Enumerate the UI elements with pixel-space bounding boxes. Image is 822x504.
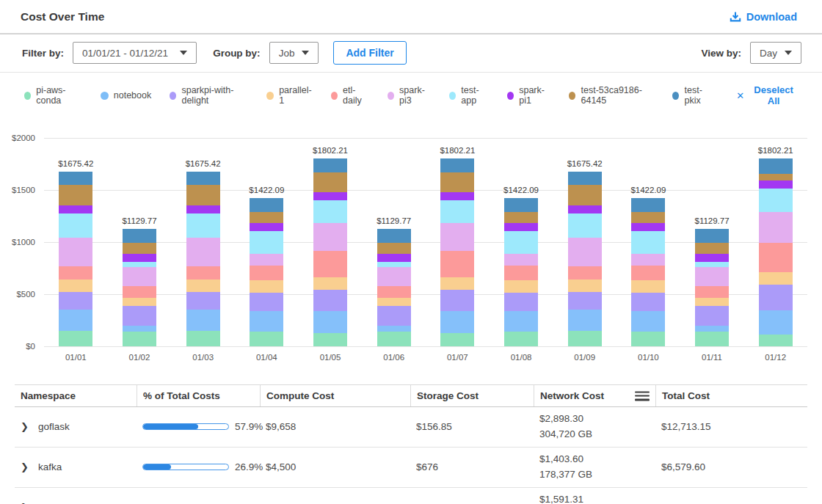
bar-segment-etl-daily[interactable] — [759, 243, 793, 272]
bar-segment-spark-pi3[interactable] — [631, 254, 665, 265]
bar-segment-test-53ca9186-64145[interactable] — [250, 212, 283, 223]
bar-segment-spark-pi3[interactable] — [250, 254, 283, 265]
bar-segment-sparkpi-with-delight[interactable] — [631, 293, 665, 311]
bar-segment-sparkpi-with-delight[interactable] — [695, 306, 729, 326]
bar-segment-notebook[interactable] — [250, 311, 283, 332]
download-button[interactable]: Download — [725, 10, 801, 23]
bar-segment-notebook[interactable] — [313, 311, 347, 333]
bar-segment-sparkpi-with-delight[interactable] — [377, 306, 411, 326]
bar-segment-pi-aws-conda[interactable] — [250, 332, 283, 346]
bar-segment-parallel-1[interactable] — [313, 277, 347, 291]
chart-bar-01-05[interactable] — [313, 158, 347, 346]
bar-segment-notebook[interactable] — [568, 310, 602, 332]
bar-segment-spark-pi3[interactable] — [123, 267, 156, 286]
legend-item-pi-aws-conda[interactable]: pi-aws-conda — [24, 85, 82, 106]
table-row-kafka[interactable]: ❯kafka26.9%$4,500$676$1,403.60178,377 GB… — [15, 448, 807, 488]
bar-segment-etl-daily[interactable] — [695, 286, 729, 298]
bar-segment-test-53ca9186-64145[interactable] — [440, 172, 474, 192]
bar-segment-test-pkix[interactable] — [186, 172, 220, 184]
bar-segment-pi-aws-conda[interactable] — [186, 331, 220, 346]
bar-segment-test-pkix[interactable] — [377, 229, 411, 243]
bar-segment-test-53ca9186-64145[interactable] — [568, 185, 602, 206]
bar-segment-test-app[interactable] — [504, 231, 538, 255]
bar-segment-test-53ca9186-64145[interactable] — [123, 243, 156, 254]
chart-bar-01-10[interactable] — [631, 198, 665, 346]
legend-item-parallel-1[interactable]: parallel-1 — [266, 85, 312, 106]
bar-segment-parallel-1[interactable] — [504, 280, 538, 292]
chart-bar-01-11[interactable] — [695, 229, 729, 346]
bar-segment-test-app[interactable] — [440, 200, 474, 223]
bar-segment-test-app[interactable] — [59, 213, 92, 238]
bar-segment-sparkpi-with-delight[interactable] — [759, 285, 793, 310]
bar-segment-spark-pi1[interactable] — [504, 223, 538, 230]
add-filter-button[interactable]: Add Filter — [333, 41, 406, 65]
bar-segment-pi-aws-conda[interactable] — [504, 332, 538, 346]
bar-segment-test-53ca9186-64145[interactable] — [313, 172, 347, 192]
bar-segment-pi-aws-conda[interactable] — [313, 333, 347, 346]
bar-segment-test-pkix[interactable] — [313, 158, 347, 172]
bar-segment-test-app[interactable] — [250, 231, 283, 255]
bar-segment-etl-daily[interactable] — [313, 251, 347, 277]
bar-segment-test-pkix[interactable] — [59, 172, 92, 184]
deselect-all-button[interactable]: ✕ Deselect All — [732, 84, 801, 107]
bar-segment-test-pkix[interactable] — [123, 229, 156, 243]
chart-bar-01-07[interactable] — [440, 158, 474, 346]
bar-segment-etl-daily[interactable] — [504, 266, 538, 281]
bar-segment-etl-daily[interactable] — [568, 266, 602, 280]
bar-segment-spark-pi1[interactable] — [440, 192, 474, 200]
bar-segment-spark-pi1[interactable] — [759, 180, 793, 189]
legend-item-test-pkix[interactable]: test-pkix — [672, 85, 713, 106]
bar-segment-spark-pi3[interactable] — [759, 212, 793, 243]
bar-segment-sparkpi-with-delight[interactable] — [504, 293, 538, 311]
bar-segment-test-pkix[interactable] — [759, 158, 793, 174]
bar-segment-test-app[interactable] — [631, 231, 665, 255]
bar-segment-spark-pi3[interactable] — [59, 238, 92, 266]
bar-segment-parallel-1[interactable] — [568, 280, 602, 291]
bar-segment-pi-aws-conda[interactable] — [631, 332, 665, 346]
chart-bar-01-08[interactable] — [504, 198, 538, 346]
bar-segment-pi-aws-conda[interactable] — [123, 332, 156, 346]
bar-segment-spark-pi1[interactable] — [568, 205, 602, 213]
bar-segment-etl-daily[interactable] — [631, 266, 665, 281]
bar-segment-notebook[interactable] — [440, 311, 474, 333]
bar-segment-notebook[interactable] — [695, 326, 729, 332]
bar-segment-notebook[interactable] — [377, 326, 411, 332]
expand-chevron-icon[interactable]: ❯ — [21, 461, 29, 472]
bar-segment-spark-pi3[interactable] — [568, 238, 602, 266]
bar-segment-sparkpi-with-delight[interactable] — [440, 290, 474, 311]
bar-segment-spark-pi3[interactable] — [504, 254, 538, 265]
bar-segment-spark-pi3[interactable] — [440, 223, 474, 251]
bar-segment-test-53ca9186-64145[interactable] — [504, 212, 538, 223]
bar-segment-pi-aws-conda[interactable] — [440, 333, 474, 346]
legend-item-sparkpi-with-delight[interactable]: sparkpi-with-delight — [170, 85, 248, 106]
bar-segment-etl-daily[interactable] — [250, 266, 283, 281]
table-row-goflask[interactable]: ❯goflask57.9%$9,658$156.85$2,898.30304,7… — [15, 407, 807, 448]
bar-segment-spark-pi1[interactable] — [123, 254, 156, 262]
legend-item-notebook[interactable]: notebook — [101, 90, 151, 101]
chart-bar-01-06[interactable] — [377, 229, 411, 346]
bar-segment-test-pkix[interactable] — [695, 229, 729, 243]
bar-segment-notebook[interactable] — [59, 310, 92, 332]
bar-segment-notebook[interactable] — [186, 310, 220, 332]
bar-segment-test-53ca9186-64145[interactable] — [59, 185, 92, 206]
bar-segment-test-pkix[interactable] — [504, 198, 538, 212]
legend-item-spark-pi1[interactable]: spark-pi1 — [507, 85, 550, 106]
bar-segment-etl-daily[interactable] — [186, 266, 220, 280]
bar-segment-spark-pi3[interactable] — [695, 267, 729, 286]
bar-segment-spark-pi1[interactable] — [631, 223, 665, 230]
bar-segment-sparkpi-with-delight[interactable] — [123, 306, 156, 326]
bar-segment-test-53ca9186-64145[interactable] — [631, 212, 665, 223]
bar-segment-test-app[interactable] — [186, 213, 220, 238]
chart-bar-01-02[interactable] — [123, 229, 156, 346]
chart-bar-01-04[interactable] — [250, 198, 283, 346]
bar-segment-pi-aws-conda[interactable] — [377, 332, 411, 346]
bar-segment-notebook[interactable] — [123, 326, 156, 332]
bar-segment-sparkpi-with-delight[interactable] — [568, 292, 602, 310]
bar-segment-test-pkix[interactable] — [568, 172, 602, 184]
legend-item-spark-pi3[interactable]: spark-pi3 — [388, 85, 431, 106]
bar-segment-test-app[interactable] — [695, 262, 729, 268]
view-by-select[interactable]: Day — [750, 42, 801, 64]
legend-item-test-53ca9186-64145[interactable]: test-53ca9186-64145 — [569, 85, 654, 106]
bar-segment-spark-pi3[interactable] — [313, 223, 347, 251]
bar-segment-etl-daily[interactable] — [377, 286, 411, 298]
